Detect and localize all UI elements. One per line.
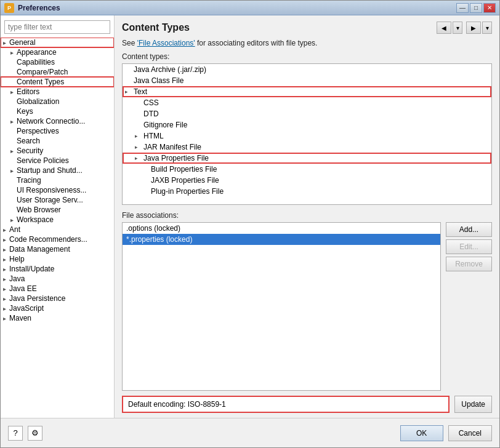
back-dropdown-button[interactable]: ▾ [453, 22, 462, 34]
tree-item-label: UI Responsiveness... [15, 186, 86, 194]
minimize-button[interactable]: — [456, 3, 469, 13]
tree-item-java[interactable]: ▸Java [1, 274, 114, 284]
forward-button[interactable]: ▶ [466, 22, 481, 34]
tree-item-appearance[interactable]: ▸Appearance [1, 47, 114, 57]
tree-item-ant[interactable]: ▸Ant [1, 225, 114, 234]
tree-arrow: ▸ [1, 256, 8, 263]
file-assoc-section: File associations: .options (locked)*.pr… [122, 211, 492, 391]
ct-item-java-properties[interactable]: ▸Java Properties File [123, 153, 491, 164]
ct-item-java-class-file[interactable]: Java Class File [123, 75, 491, 86]
ct-item-jar-manifest[interactable]: ▸JAR Manifest File [123, 142, 491, 153]
tree-arrow: ▸ [8, 167, 15, 174]
tree-item-install-update[interactable]: ▸Install/Update [1, 264, 114, 274]
tree-item-label: Capabilities [15, 58, 55, 66]
tree-item-tracing[interactable]: Tracing [1, 175, 114, 185]
tree-item-label: Workspace [15, 215, 54, 224]
tree-item-code-recommenders[interactable]: ▸Code Recommenders... [1, 234, 114, 244]
tree-item-service-policies[interactable]: Service Policies [1, 156, 114, 166]
ct-item-label: HTML [143, 132, 164, 140]
tree-arrow: ▸ [1, 295, 8, 302]
tree-item-maven[interactable]: ▸Maven [1, 313, 114, 323]
tree-item-label: Java EE [8, 284, 37, 293]
file-assoc-label: File associations: [122, 211, 492, 220]
title-bar: P Preferences — □ ✕ [1, 1, 499, 15]
header-nav: ◀ ▾ ▶ ▾ [437, 22, 492, 34]
tree-item-help[interactable]: ▸Help [1, 254, 114, 264]
ct-item-label: Java Class File [134, 76, 183, 85]
tree-item-label: Help [8, 255, 25, 263]
tree-item-user-storage[interactable]: User Storage Serv... [1, 195, 114, 205]
bottom-left: ? ⚙ [8, 426, 42, 441]
tree-item-compare-patch[interactable]: Compare/Patch [1, 67, 114, 77]
ct-item-plugin-properties[interactable]: Plug-in Properties File [123, 186, 491, 197]
tree-item-network-connections[interactable]: ▸Network Connectio... [1, 116, 114, 126]
encoding-value: ISO-8859-1 [188, 400, 226, 409]
tree-item-security[interactable]: ▸Security [1, 146, 114, 156]
tree-item-startup-shutdown[interactable]: ▸Startup and Shutd... [1, 166, 114, 175]
encoding-bar: Default encoding: ISO-8859-1 Update [122, 396, 492, 413]
ct-item-jaxb-properties[interactable]: JAXB Properties File [123, 175, 491, 186]
tree-arrow: ▸ [1, 39, 8, 46]
tree-item-label: Maven [8, 314, 31, 322]
ct-item-dtd[interactable]: DTD [123, 108, 491, 119]
tree-item-label: JavaScript [8, 304, 44, 313]
tree-item-capabilities[interactable]: Capabilities [1, 57, 114, 67]
bottom-right: OK Cancel [400, 425, 492, 441]
maximize-button[interactable]: □ [470, 3, 482, 13]
back-button[interactable]: ◀ [437, 22, 451, 34]
help-button[interactable]: ? [8, 426, 23, 441]
filter-input[interactable] [4, 20, 110, 34]
tree-arrow: ▸ [1, 286, 8, 292]
add-button[interactable]: Add... [446, 222, 492, 237]
content-types-label: Content types: [122, 52, 492, 61]
tree-item-perspectives[interactable]: Perspectives [1, 126, 114, 136]
tree-arrow: ▸ [1, 246, 8, 253]
tree-item-editors[interactable]: ▸Editors [1, 87, 114, 97]
ct-item-label: CSS [143, 98, 159, 107]
fa-item-properties-locked[interactable]: *.properties (locked) [123, 234, 440, 245]
tree-item-globalization[interactable]: Globalization [1, 97, 114, 106]
page-title: Content Types [122, 22, 190, 33]
ct-item-build-properties[interactable]: Build Properties File [123, 164, 491, 175]
cancel-button[interactable]: Cancel [448, 425, 492, 441]
tree-item-workspace[interactable]: ▸Workspace [1, 215, 114, 225]
tree-item-general[interactable]: ▸General [1, 38, 114, 47]
remove-button[interactable]: Remove [446, 257, 492, 271]
tree-item-java-ee[interactable]: ▸Java EE [1, 284, 114, 294]
fa-item-label: .options (locked) [126, 224, 180, 233]
edit-button[interactable]: Edit... [446, 239, 492, 254]
ct-item-java-archive[interactable]: Java Archive (.jar/.zip) [123, 64, 491, 75]
file-associations-link[interactable]: 'File Associations' [137, 39, 195, 47]
ct-item-label: Plug-in Properties File [151, 187, 224, 196]
tree-item-java-persistence[interactable]: ▸Java Persistence [1, 294, 114, 303]
tree-item-data-management[interactable]: ▸Data Management [1, 244, 114, 254]
ct-item-label: Gitignore File [143, 121, 187, 129]
tree-item-label: Install/Update [8, 265, 54, 273]
tree-item-label: Perspectives [15, 127, 59, 135]
ct-item-label: DTD [143, 110, 159, 118]
update-button[interactable]: Update [454, 396, 492, 413]
ct-item-html[interactable]: ▸HTML [123, 130, 491, 142]
ct-item-css[interactable]: CSS [123, 97, 491, 108]
tree-item-label: Ant [8, 225, 20, 234]
content-types-list: Java Archive (.jar/.zip)Java Class File▸… [122, 63, 492, 205]
forward-dropdown-button[interactable]: ▾ [482, 22, 492, 34]
close-button[interactable]: ✕ [483, 3, 496, 13]
tree-item-search[interactable]: Search [1, 136, 114, 146]
ok-button[interactable]: OK [400, 425, 443, 441]
file-assoc-list: .options (locked)*.properties (locked) [122, 222, 441, 391]
preferences-button[interactable]: ⚙ [28, 426, 42, 441]
file-assoc-area: .options (locked)*.properties (locked) A… [122, 222, 492, 391]
ct-item-text[interactable]: ▸Text [123, 86, 491, 97]
tree-item-content-types[interactable]: Content Types [1, 77, 114, 87]
tree-item-web-browser[interactable]: Web Browser [1, 205, 114, 215]
tree-item-javascript[interactable]: ▸JavaScript [1, 303, 114, 313]
tree-item-label: Web Browser [15, 206, 61, 214]
fa-item-options-locked[interactable]: .options (locked) [123, 223, 440, 234]
ct-item-gitignore[interactable]: Gitignore File [123, 119, 491, 130]
tree-item-label: Tracing [15, 176, 41, 185]
tree-item-ui-responsiveness[interactable]: UI Responsiveness... [1, 185, 114, 195]
tree-arrow: ▸ [8, 49, 15, 56]
tree-item-keys[interactable]: Keys [1, 106, 114, 116]
bottom-bar: ? ⚙ OK Cancel [1, 418, 499, 447]
